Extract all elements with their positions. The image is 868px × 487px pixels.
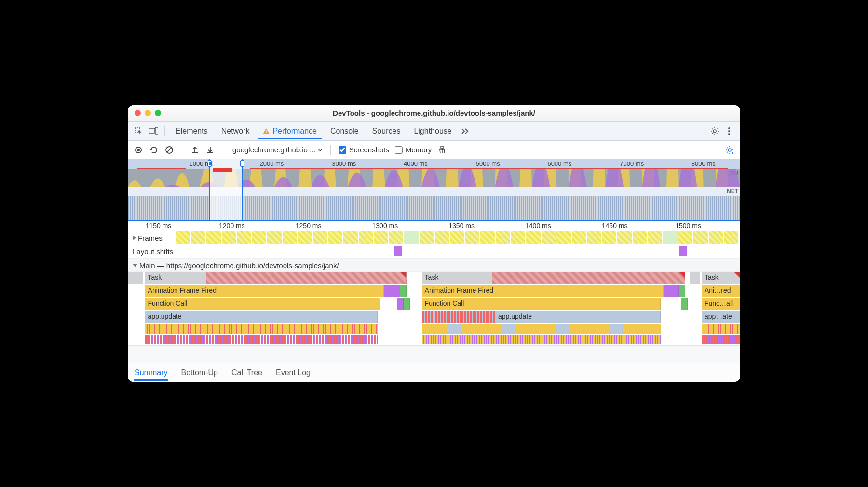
overview-selection[interactable] bbox=[209, 159, 243, 220]
collapse-icon[interactable] bbox=[133, 264, 137, 267]
frame-cell[interactable] bbox=[191, 231, 206, 244]
memory-checkbox[interactable]: Memory bbox=[395, 146, 432, 154]
flame-render[interactable] bbox=[397, 298, 404, 310]
frame-cell[interactable] bbox=[526, 231, 541, 244]
tab-call-tree[interactable]: Call Tree bbox=[231, 365, 263, 381]
frame-cell[interactable] bbox=[480, 231, 495, 244]
flame-aff[interactable]: Ani…red bbox=[702, 285, 740, 297]
flame-update[interactable]: app…ate bbox=[702, 311, 740, 323]
tab-event-log[interactable]: Event Log bbox=[275, 365, 312, 381]
flame-task-long[interactable] bbox=[492, 272, 685, 284]
flame-update[interactable]: app.update bbox=[495, 311, 661, 323]
frame-cell[interactable] bbox=[420, 231, 434, 244]
frame-cell[interactable] bbox=[389, 231, 404, 244]
tab-lighthouse[interactable]: Lighthouse bbox=[409, 123, 456, 139]
frame-cell[interactable] bbox=[313, 231, 327, 244]
download-icon[interactable] bbox=[205, 145, 215, 155]
origin-selector[interactable]: googlechrome.github.io ... bbox=[232, 146, 323, 154]
frame-cell[interactable] bbox=[206, 231, 221, 244]
frame-cell[interactable] bbox=[237, 231, 251, 244]
device-toggle-icon[interactable] bbox=[148, 126, 159, 136]
overview-pane[interactable]: 1000 ms 2000 ms 3000 ms 4000 ms 5000 ms … bbox=[128, 159, 740, 221]
layout-shift-marker[interactable] bbox=[394, 246, 402, 256]
frame-cell[interactable] bbox=[283, 231, 297, 244]
tab-network[interactable]: Network bbox=[217, 123, 255, 139]
selection-handle-left[interactable] bbox=[208, 160, 212, 167]
memory-input[interactable] bbox=[395, 146, 403, 154]
flame-paint[interactable] bbox=[679, 285, 685, 297]
tab-bottom-up[interactable]: Bottom-Up bbox=[180, 365, 218, 381]
frame-cell[interactable] bbox=[252, 231, 267, 244]
frame-cell[interactable] bbox=[648, 231, 662, 244]
flame-task-stub[interactable] bbox=[128, 272, 143, 284]
frame-cell[interactable] bbox=[465, 231, 480, 244]
frame-cell[interactable] bbox=[496, 231, 510, 244]
inspect-icon[interactable] bbox=[134, 126, 144, 136]
layout-shifts-track[interactable]: Layout shifts bbox=[128, 244, 740, 259]
flame-fn[interactable]: Function Call bbox=[422, 298, 661, 310]
frame-cell[interactable] bbox=[663, 231, 678, 244]
tab-summary[interactable]: Summary bbox=[134, 365, 168, 381]
flame-task-stub[interactable] bbox=[690, 272, 701, 284]
frame-cell[interactable] bbox=[435, 231, 449, 244]
frame-cell[interactable] bbox=[222, 231, 236, 244]
frame-cell[interactable] bbox=[343, 231, 358, 244]
frame-cell[interactable] bbox=[267, 231, 282, 244]
upload-icon[interactable] bbox=[190, 145, 200, 155]
frame-cell[interactable] bbox=[724, 231, 738, 244]
clear-button[interactable] bbox=[164, 145, 174, 155]
frame-cell[interactable] bbox=[176, 231, 190, 244]
frame-cell[interactable] bbox=[511, 231, 525, 244]
flame-render[interactable] bbox=[664, 285, 679, 297]
settings-icon[interactable] bbox=[709, 126, 720, 136]
flame-paint[interactable] bbox=[681, 298, 688, 310]
frame-cell[interactable] bbox=[587, 231, 601, 244]
flame-paint[interactable] bbox=[400, 285, 407, 297]
flame-fn[interactable]: Function Call bbox=[145, 298, 381, 310]
record-button[interactable] bbox=[134, 145, 143, 155]
collect-garbage-icon[interactable] bbox=[437, 145, 447, 155]
flame-deep[interactable] bbox=[145, 324, 378, 334]
flame-chart[interactable]: Task Task Task Animation Frame Fired Ani… bbox=[128, 272, 740, 345]
minimize-icon[interactable] bbox=[145, 110, 151, 116]
flamechart-pane[interactable]: 1150 ms 1200 ms 1250 ms 1300 ms 1350 ms … bbox=[128, 221, 740, 363]
frame-cell[interactable] bbox=[602, 231, 617, 244]
frame-cell[interactable] bbox=[709, 231, 723, 244]
frame-cell[interactable] bbox=[633, 231, 647, 244]
flame-task[interactable]: Task bbox=[702, 272, 740, 284]
flame-update-mixed[interactable] bbox=[422, 311, 495, 323]
tab-performance[interactable]: Performance bbox=[258, 123, 322, 139]
flame-aff[interactable]: Animation Frame Fired bbox=[422, 285, 664, 297]
frame-cell[interactable] bbox=[359, 231, 373, 244]
frame-cell[interactable] bbox=[556, 231, 571, 244]
layout-shift-marker[interactable] bbox=[679, 246, 687, 256]
flame-aff[interactable]: Animation Frame Fired bbox=[145, 285, 384, 297]
flame-task[interactable]: Task bbox=[145, 272, 206, 284]
flame-render[interactable] bbox=[384, 285, 400, 297]
flame-deep[interactable] bbox=[702, 335, 740, 344]
flame-task[interactable]: Task bbox=[422, 272, 492, 284]
flame-deep[interactable] bbox=[702, 324, 740, 334]
kebab-menu-icon[interactable] bbox=[724, 126, 734, 136]
tab-console[interactable]: Console bbox=[326, 123, 364, 139]
frame-cell[interactable] bbox=[572, 231, 586, 244]
screenshots-input[interactable] bbox=[339, 146, 346, 154]
frame-cell[interactable] bbox=[404, 231, 419, 244]
capture-settings-icon[interactable] bbox=[725, 145, 734, 155]
frame-cell[interactable] bbox=[374, 231, 388, 244]
screenshots-checkbox[interactable]: Screenshots bbox=[339, 146, 389, 154]
flame-deep[interactable] bbox=[145, 335, 378, 344]
frame-cell[interactable] bbox=[678, 231, 693, 244]
frames-track[interactable]: Frames bbox=[128, 231, 740, 244]
frame-cell[interactable] bbox=[693, 231, 708, 244]
zoom-icon[interactable] bbox=[155, 110, 161, 116]
frame-cell[interactable] bbox=[617, 231, 632, 244]
flame-update[interactable]: app.update bbox=[145, 311, 378, 323]
main-track-header[interactable]: Main — https://googlechrome.github.io/de… bbox=[128, 259, 740, 272]
reload-record-button[interactable] bbox=[149, 145, 159, 155]
flame-deep[interactable] bbox=[422, 335, 661, 344]
more-tabs-icon[interactable] bbox=[461, 126, 471, 136]
frame-cell[interactable] bbox=[450, 231, 464, 244]
frame-cell[interactable] bbox=[328, 231, 343, 244]
flame-deep[interactable] bbox=[422, 324, 661, 334]
